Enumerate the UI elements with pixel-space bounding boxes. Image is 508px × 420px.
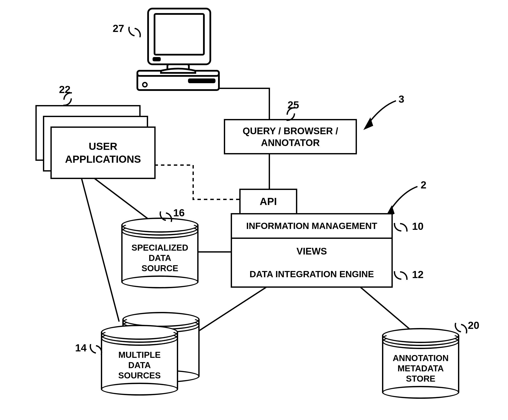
leader-22 bbox=[63, 92, 72, 107]
ref-12: 12 bbox=[412, 269, 423, 280]
query-browser-annotator-box: QUERY / BROWSER / ANNOTATOR bbox=[224, 119, 357, 154]
multiple-data-sources: MULTIPLE DATA SOURCES bbox=[101, 325, 178, 396]
annotation-metadata-store: ANNOTATION METADATA STORE bbox=[382, 328, 459, 399]
leader-10 bbox=[394, 223, 409, 232]
leader-25 bbox=[286, 107, 295, 122]
api-box: API bbox=[239, 189, 297, 214]
ref-2: 2 bbox=[421, 179, 426, 191]
ref-14: 14 bbox=[75, 342, 87, 354]
views-box: VIEWS bbox=[231, 238, 393, 263]
ref-27: 27 bbox=[113, 22, 124, 34]
data-integration-engine-box: DATA INTEGRATION ENGINE bbox=[231, 262, 393, 288]
user-applications-box: USER APPLICATIONS bbox=[50, 126, 156, 179]
ref-10: 10 bbox=[412, 220, 423, 232]
svg-point-9 bbox=[143, 83, 147, 87]
computer-icon bbox=[133, 7, 223, 92]
ref-16: 16 bbox=[173, 207, 185, 219]
leader-12 bbox=[394, 271, 409, 280]
ref-20: 20 bbox=[468, 319, 479, 331]
svg-rect-4 bbox=[189, 79, 215, 82]
specialized-data-source: SPECIALIZED DATA SOURCE bbox=[121, 217, 199, 288]
svg-marker-0 bbox=[365, 119, 372, 129]
svg-rect-8 bbox=[153, 58, 160, 60]
ref-3: 3 bbox=[399, 93, 404, 105]
svg-rect-7 bbox=[155, 14, 204, 55]
information-management-box: INFORMATION MANAGEMENT bbox=[231, 213, 393, 239]
